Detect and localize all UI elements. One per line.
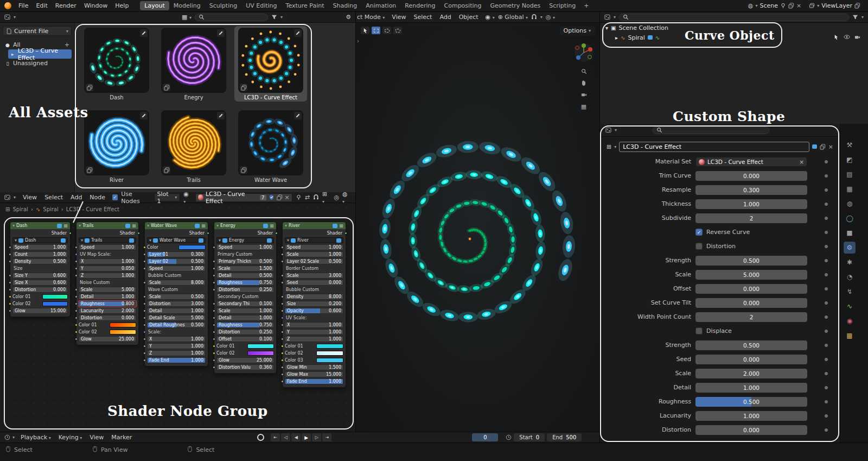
- node-param-row[interactable]: Offset0.100: [216, 336, 274, 342]
- value-socket[interactable]: [213, 281, 215, 284]
- property-field-thickness[interactable]: 1.000: [695, 199, 807, 209]
- node-header[interactable]: ▾Trails▦: [76, 222, 138, 229]
- node-param-row[interactable]: Size Y0.600: [12, 273, 68, 279]
- node-param-row[interactable]: Detail1.000: [79, 294, 136, 300]
- tweak-tool-button[interactable]: [360, 26, 370, 35]
- value-socket[interactable]: [75, 310, 78, 312]
- node-param-row[interactable]: Scale8.000: [147, 280, 206, 286]
- node-param-row[interactable]: Scale1.000: [216, 308, 274, 314]
- param-field-secondary-thi[interactable]: Secondary Thi0.100: [216, 301, 274, 307]
- value-socket[interactable]: [143, 345, 146, 348]
- node-tree-selector[interactable]: ▾River: [285, 237, 343, 243]
- node-param-row[interactable]: Opacity0.600: [285, 308, 343, 314]
- decorator-dot[interactable]: [825, 414, 828, 418]
- node-param-row[interactable]: Glow25.000: [216, 357, 274, 363]
- value-socket[interactable]: [143, 352, 146, 355]
- properties-tab-physics[interactable]: ◔: [844, 271, 856, 283]
- asset-card-dash[interactable]: Dash: [80, 26, 153, 102]
- node-color-row[interactable]: Color 01: [12, 294, 68, 300]
- param-field-scale[interactable]: Scale1.000: [285, 251, 343, 257]
- decorator-dot[interactable]: [825, 358, 828, 361]
- editor-type-icon[interactable]: [604, 14, 610, 20]
- properties-tab-particles[interactable]: ✱: [844, 256, 856, 268]
- node-param-row[interactable]: Density8.000: [285, 294, 343, 300]
- param-field-speed[interactable]: Speed1.000: [79, 244, 136, 250]
- properties-tab-world[interactable]: ◯: [844, 212, 856, 224]
- value-socket[interactable]: [75, 274, 78, 277]
- value-socket[interactable]: [9, 288, 11, 291]
- property-field-width-point-count[interactable]: 2: [695, 312, 807, 322]
- color-swatch[interactable]: [110, 323, 136, 327]
- value-socket[interactable]: [143, 267, 146, 270]
- param-field-fade-end[interactable]: Fade End1.000: [285, 378, 343, 384]
- node-tree-selector[interactable]: ▾Energy: [216, 237, 274, 243]
- node-param-row[interactable]: Roughness0.800: [79, 301, 136, 307]
- properties-tab-render[interactable]: ◩: [844, 154, 856, 166]
- param-field-scale[interactable]: Scale1.000: [216, 308, 274, 314]
- properties-tab-view-layer[interactable]: ▦: [844, 183, 856, 195]
- property-field-trim-curve[interactable]: 0.000: [695, 171, 807, 181]
- node-param-row[interactable]: Primary Thickn0.500: [216, 258, 274, 264]
- filter-icon[interactable]: [271, 14, 277, 20]
- value-socket[interactable]: [143, 338, 146, 340]
- node-param-row[interactable]: Detail0.500: [216, 273, 274, 279]
- param-field-distortion[interactable]: Distortion0.000: [12, 287, 68, 293]
- selectable-icon[interactable]: [833, 34, 839, 40]
- output-socket[interactable]: [137, 232, 140, 235]
- menu-edit[interactable]: Edit: [32, 1, 51, 10]
- color-swatch[interactable]: [316, 358, 343, 363]
- param-field-scale[interactable]: Scale8.000: [147, 280, 206, 286]
- color-socket[interactable]: [281, 352, 284, 355]
- value-socket[interactable]: [143, 359, 146, 362]
- value-socket[interactable]: [143, 281, 146, 284]
- value-socket[interactable]: [213, 267, 215, 270]
- node-menu-view[interactable]: View: [19, 193, 41, 202]
- snap-magnet-icon[interactable]: [313, 194, 319, 200]
- value-socket[interactable]: [281, 253, 284, 256]
- node-param-row[interactable]: Distortion0.250: [216, 329, 274, 335]
- color-socket[interactable]: [281, 359, 284, 362]
- decorator-dot[interactable]: [825, 315, 828, 319]
- property-field-detail[interactable]: 1.000: [695, 383, 807, 393]
- node-param-row[interactable]: Fade End1.000: [285, 378, 343, 384]
- editor-type-icon[interactable]: [4, 194, 10, 200]
- menu-help[interactable]: Help: [111, 1, 132, 10]
- property-field-scale[interactable]: 2.000: [695, 369, 807, 378]
- value-socket[interactable]: [143, 317, 146, 319]
- properties-tab-scene[interactable]: ◍: [844, 198, 856, 210]
- decorator-dot[interactable]: [825, 386, 828, 389]
- unlink-icon[interactable]: ×: [285, 194, 290, 201]
- decorator-dot[interactable]: [825, 174, 828, 178]
- edit-asset-icon[interactable]: [294, 29, 302, 37]
- color-socket[interactable]: [213, 345, 215, 348]
- output-socket[interactable]: [207, 232, 209, 235]
- node-header[interactable]: ▾Dash▦: [10, 222, 70, 229]
- param-field-y[interactable]: Y1.000: [147, 343, 206, 349]
- vector-socket[interactable]: [281, 317, 284, 319]
- param-field-roughness[interactable]: Roughness0.800: [79, 301, 136, 307]
- asset-card-trails[interactable]: Trails: [157, 109, 230, 184]
- copy-icon[interactable]: [854, 3, 860, 9]
- node-tree-selector[interactable]: ▾Trails: [79, 237, 136, 243]
- param-field-speed[interactable]: Speed1.000: [216, 244, 274, 250]
- decorator-dot[interactable]: [825, 273, 828, 276]
- viewport-menu-object[interactable]: Object: [455, 12, 482, 22]
- auto-keyframe-button[interactable]: [257, 434, 264, 441]
- param-field-scale[interactable]: Scale1.500: [216, 266, 274, 271]
- workspace-tab-sculpting[interactable]: Sculpting: [205, 1, 241, 10]
- param-field-size[interactable]: Size0.200: [285, 301, 343, 307]
- color-socket[interactable]: [9, 295, 11, 298]
- value-socket[interactable]: [281, 281, 284, 284]
- param-field-scale[interactable]: Scale0.500: [147, 294, 206, 300]
- overlays-icon[interactable]: ◎: [334, 194, 340, 201]
- param-field-speed[interactable]: Speed1.000: [12, 244, 68, 250]
- param-field-z[interactable]: Z1.000: [147, 350, 206, 356]
- property-field-strength[interactable]: 0.500: [695, 256, 807, 266]
- value-socket[interactable]: [281, 246, 284, 249]
- workspace-tab-animation[interactable]: Animation: [361, 1, 400, 10]
- node-header[interactable]: ▾Energy▦: [214, 222, 276, 229]
- color-socket[interactable]: [213, 352, 215, 355]
- color-swatch[interactable]: [110, 330, 136, 334]
- collapse-icon[interactable]: ▾: [79, 223, 81, 228]
- node-param-row[interactable]: Z1.000: [147, 350, 206, 356]
